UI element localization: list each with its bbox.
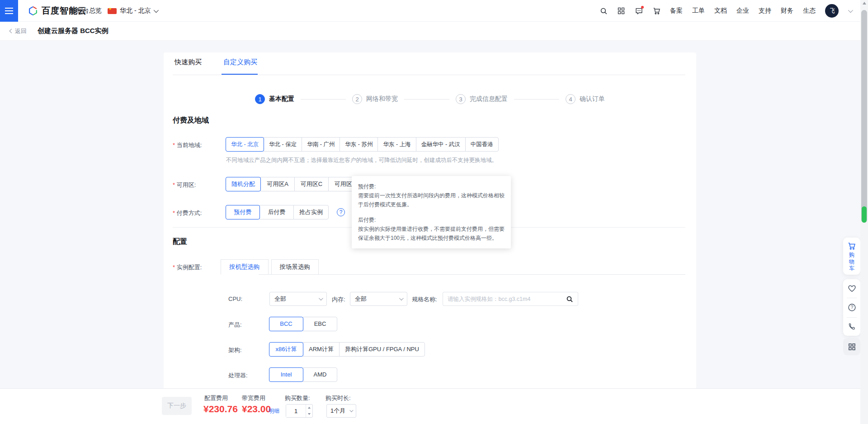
product-option-button[interactable]: BCC: [269, 317, 303, 331]
favorite-heart-icon[interactable]: [848, 284, 856, 293]
purchase-footer-bar: 下一步 配置费用 ¥230.76 带宽费用 ¥23.00 明细 购买数量: 购买…: [0, 388, 868, 424]
search-icon[interactable]: [599, 7, 608, 15]
product-option-button[interactable]: EBC: [303, 317, 337, 331]
nav-item[interactable]: 备案: [670, 7, 683, 15]
hamburger-menu-icon[interactable]: [0, 0, 18, 22]
region-option-button[interactable]: 华北 - 北京: [226, 137, 264, 152]
tooltip-postpaid-title: 后付费:: [358, 215, 505, 224]
step-indicator: 1 基本配置 2 网络和带宽 3 完成信息配置 4 确认订单: [164, 94, 696, 104]
arch-option-button[interactable]: 异构计算GPU / FPGA / NPU: [339, 342, 425, 357]
panel-top-border: [259, 274, 685, 275]
back-button[interactable]: 返回: [10, 27, 27, 35]
section-title-billing-region: 付费及地域: [173, 116, 209, 125]
step-connector: [301, 99, 346, 100]
spec-search-input[interactable]: [448, 296, 566, 302]
region-option-button[interactable]: 华北 - 保定: [264, 137, 302, 152]
zone-option-button[interactable]: 可用区C: [294, 177, 329, 191]
nav-item[interactable]: 支持: [759, 7, 771, 15]
region-option-button[interactable]: 金融华中 - 武汉: [416, 137, 466, 152]
bandwidth-fee-value: ¥23.00: [242, 404, 271, 414]
arch-option-button[interactable]: ARM计算: [303, 342, 340, 357]
region-option-button[interactable]: 中国香港: [465, 137, 499, 152]
region-picker[interactable]: 华北 - 北京: [108, 0, 157, 22]
quantity-input[interactable]: [286, 405, 306, 417]
cpu-brand-option-button[interactable]: Intel: [269, 367, 303, 382]
scroll-up-arrow-icon[interactable]: [863, 2, 866, 5]
cpu-filter-value: 全部: [274, 295, 286, 303]
config-fee-value: ¥230.76: [203, 404, 238, 414]
spec-search-field: [443, 292, 578, 306]
tab-quick-purchase[interactable]: 快速购买: [175, 58, 202, 71]
search-icon[interactable]: [566, 295, 573, 303]
cpu-brand-option-button[interactable]: AMD: [303, 367, 337, 382]
tooltip-prepaid-title: 预付费:: [358, 182, 505, 191]
next-step-button[interactable]: 下一步: [162, 397, 192, 415]
section-title-config: 配置: [173, 237, 187, 247]
quantity-decrease-button[interactable]: [306, 411, 312, 417]
nav-item[interactable]: 生态: [803, 7, 816, 15]
product-field-label: 产品:: [228, 321, 242, 329]
memory-filter-value: 全部: [355, 295, 367, 303]
user-avatar[interactable]: 飞: [825, 4, 839, 18]
zone-button-group: 随机分配可用区A可用区C可用区D: [226, 177, 363, 191]
arch-option-button[interactable]: x86计算: [269, 342, 303, 357]
step-number: 3: [456, 94, 466, 104]
step-number: 1: [255, 94, 265, 104]
scrollbar-thumb[interactable]: [861, 10, 867, 223]
cart-icon[interactable]: [652, 7, 660, 15]
side-toolbar: ?: [843, 279, 860, 336]
account-chevron-down-icon[interactable]: [848, 8, 853, 13]
step-label: 完成信息配置: [470, 95, 508, 103]
quantity-label: 购买数量:: [285, 394, 310, 402]
product-button-group: BCCEBC: [269, 317, 337, 331]
phone-support-icon[interactable]: [848, 323, 856, 331]
console-overview-link[interactable]: 控制台总览: [70, 0, 102, 22]
nav-item[interactable]: 财务: [781, 7, 793, 15]
page-header: 返回 创建云服务器 BCC实例: [0, 22, 868, 41]
region-button-group: 华北 - 北京华北 - 保定华南 - 广州华东 - 苏州华东 - 上海金融华中 …: [226, 137, 499, 152]
notification-dot: [641, 6, 644, 9]
tooltip-postpaid-body: 按实例的实际使用量进行收费，不需要提前支付费用，但需要保证余额大于100元，这种…: [358, 224, 505, 243]
fee-detail-link[interactable]: 明细: [269, 407, 279, 415]
duration-select[interactable]: 1个月: [326, 404, 356, 418]
region-option-button[interactable]: 华东 - 苏州: [340, 137, 378, 152]
nav-item[interactable]: 工单: [692, 7, 705, 15]
cpu-filter-label: CPU:: [228, 295, 242, 302]
cpu-filter-select[interactable]: 全部: [269, 292, 327, 306]
bandwidth-fee-label: 带宽费用: [242, 394, 265, 402]
memory-filter-select[interactable]: 全部: [350, 292, 407, 306]
nav-item[interactable]: 文档: [714, 7, 727, 15]
step-label: 网络和带宽: [366, 95, 398, 103]
step-label: 确认订单: [580, 95, 605, 103]
step-number: 2: [352, 94, 362, 104]
payment-option-button[interactable]: 预付费: [226, 205, 260, 219]
messages-icon[interactable]: [635, 7, 643, 15]
step-item: 2 网络和带宽: [352, 94, 398, 104]
zone-option-button[interactable]: 可用区A: [260, 177, 295, 191]
widgets-grid-button[interactable]: [843, 338, 860, 355]
tooltip-prepaid-body: 需要提前一次性支付所选时间段内的费用，这种模式价格相较于后付费模式更低廉。: [358, 191, 505, 209]
region-option-button[interactable]: 华南 - 广州: [302, 137, 340, 152]
chevron-down-icon: [319, 296, 323, 300]
cart-sidebar-button[interactable]: 购物车: [843, 238, 860, 275]
payment-option-button[interactable]: 后付费: [259, 205, 294, 219]
config-fee-label: 配置费用: [204, 394, 228, 402]
step-number: 4: [566, 94, 576, 104]
memory-filter-label: 内存:: [332, 295, 345, 304]
zone-option-button[interactable]: 随机分配: [226, 177, 261, 191]
tab-custom-purchase[interactable]: 自定义购买: [223, 58, 257, 71]
region-option-button[interactable]: 华东 - 上海: [377, 137, 416, 152]
tab-by-machine-type[interactable]: 按机型选购: [221, 259, 269, 275]
scrollbar[interactable]: [860, 0, 868, 424]
tab-by-scenario[interactable]: 按场景选购: [271, 259, 319, 275]
step-item: 1 基本配置: [255, 94, 294, 104]
instance-config-field-label: 实例配置:: [173, 263, 202, 272]
quantity-increase-button[interactable]: [306, 405, 312, 411]
region-helper-text: 不同地域云产品之间内网不互通；选择最靠近您客户的地域，可降低访问延时，创建成功后…: [226, 157, 497, 164]
payment-option-button[interactable]: 抢占实例: [293, 205, 329, 219]
help-circle-icon[interactable]: ?: [848, 303, 856, 312]
nav-item[interactable]: 企业: [736, 7, 749, 15]
apps-grid-icon[interactable]: [617, 7, 625, 15]
payment-help-icon[interactable]: ?: [337, 208, 345, 216]
toolbar-divider: [847, 317, 857, 318]
